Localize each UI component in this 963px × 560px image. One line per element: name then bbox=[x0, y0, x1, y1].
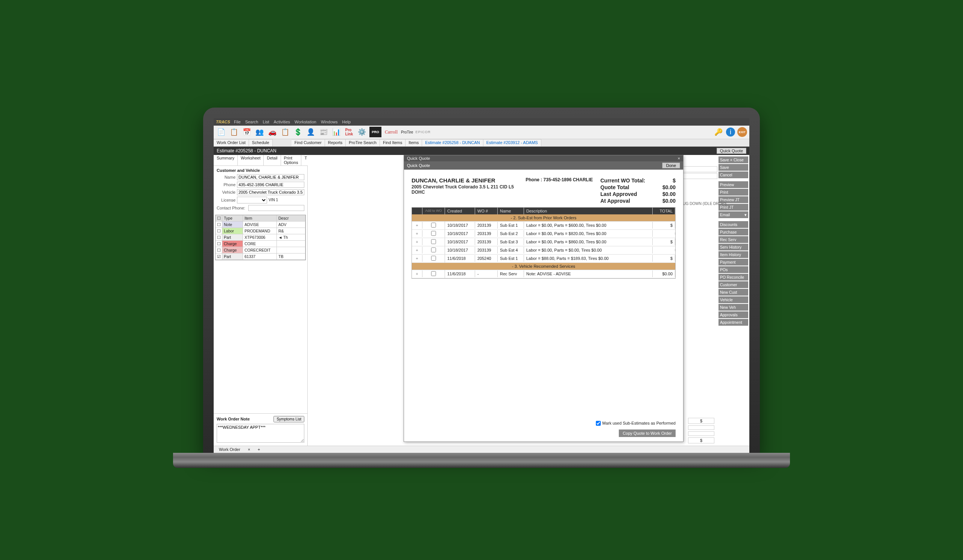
close-icon[interactable]: × bbox=[678, 156, 680, 160]
action-save-close[interactable]: Save + Close bbox=[718, 157, 748, 163]
menu-windows[interactable]: Windows bbox=[321, 120, 338, 124]
customer-vehicle-heading: Customer and Vehicle bbox=[217, 168, 304, 173]
modal-title: Quick Quote bbox=[407, 156, 430, 160]
contact-field[interactable] bbox=[248, 205, 304, 211]
name-field[interactable] bbox=[237, 174, 304, 180]
quote-row[interactable]: +11/6/2018-Rec ServNote: ADVISE - ADVISE… bbox=[412, 270, 675, 278]
tab-2[interactable]: Find Customer bbox=[292, 139, 325, 146]
tab-5[interactable]: Find Items bbox=[380, 139, 405, 146]
gear-icon[interactable]: ⚙️ bbox=[357, 127, 367, 137]
done-button[interactable]: Done bbox=[662, 162, 680, 168]
action-discounts[interactable]: Discounts bbox=[718, 221, 748, 228]
menu-help[interactable]: Help bbox=[342, 120, 351, 124]
subtab-worksheet[interactable]: Worksheet bbox=[238, 155, 264, 165]
bottom-tab-close-icon[interactable]: × bbox=[246, 447, 253, 452]
subtab-print options[interactable]: Print Options bbox=[281, 155, 302, 165]
document-icon[interactable]: 📄 bbox=[216, 127, 227, 137]
protire-label: ProTire bbox=[401, 130, 413, 134]
mark-performed-check[interactable]: Mark used Sub-Estimates as Performed bbox=[596, 421, 676, 426]
menu-activities[interactable]: Activities bbox=[274, 120, 290, 124]
action-rec-serv[interactable]: Rec Serv bbox=[718, 236, 748, 243]
phone-field[interactable] bbox=[237, 182, 304, 188]
action-purchase[interactable]: Purchase bbox=[718, 229, 748, 235]
tab-1[interactable]: Schedule bbox=[249, 139, 273, 146]
wo-note-text[interactable]: ***WEDNESDAY APPT*** bbox=[217, 424, 304, 443]
tab-4[interactable]: ProTire Search bbox=[346, 139, 380, 146]
calendar-icon[interactable]: 📅 bbox=[242, 127, 252, 137]
bottom-tab-workorder[interactable]: Work Order bbox=[217, 447, 243, 452]
key-icon[interactable]: 🔑 bbox=[713, 127, 724, 137]
symptoms-list-button[interactable]: Symptoms List bbox=[274, 416, 304, 422]
section-sub-est[interactable]: - 2. Sub-Est from Prior Work Orders bbox=[412, 214, 675, 222]
action-new-cust[interactable]: New Cust bbox=[718, 289, 748, 296]
action-new-veh[interactable]: New Veh bbox=[718, 304, 748, 311]
item-row[interactable]: ☐LaborPRODEMANDR& bbox=[216, 228, 305, 234]
bottom-tab-add-icon[interactable]: + bbox=[255, 447, 262, 452]
info-icon[interactable]: i bbox=[726, 128, 735, 136]
quote-row[interactable]: +10/18/2017203139Sub Est 3Labor = $0.00,… bbox=[412, 238, 675, 246]
action-vehicle[interactable]: Vehicle bbox=[718, 296, 748, 303]
action-save[interactable]: Save bbox=[718, 164, 748, 171]
tab-7[interactable]: Estimate #205258 - DUNCAN bbox=[422, 139, 483, 146]
item-row[interactable]: ☑Part61337TB bbox=[216, 254, 305, 260]
modal-phone: 735-452-1896 CHARLIE bbox=[543, 177, 593, 183]
tab-3[interactable]: Reports bbox=[325, 139, 346, 146]
report-icon[interactable]: 📰 bbox=[318, 127, 329, 137]
pro-icon[interactable]: PRO bbox=[370, 127, 381, 137]
tab-8[interactable]: Estimate #203912 - ADAMS bbox=[483, 139, 541, 146]
action-email[interactable]: Email bbox=[718, 211, 748, 218]
clipboard-icon[interactable]: 📋 bbox=[229, 127, 239, 137]
quote-row[interactable]: +10/18/2017203139Sub Est 2Labor = $0.00,… bbox=[412, 230, 675, 238]
item-row[interactable]: ☐ChargeCORE bbox=[216, 241, 305, 247]
subtab-detail[interactable]: Detail bbox=[264, 155, 280, 165]
copy-quote-button[interactable]: Copy Quote to Work Order bbox=[619, 429, 676, 437]
item-row[interactable]: ☐PartXTP673006◄ Th bbox=[216, 234, 305, 241]
action-approvals[interactable]: Approvals bbox=[718, 311, 748, 318]
menu-file[interactable]: File bbox=[234, 120, 241, 124]
subtab-summary[interactable]: Summary bbox=[214, 155, 238, 165]
action-pos[interactable]: POs bbox=[718, 266, 748, 273]
header-strip: Estimate #205258 - DUNCAN Quick Quote bbox=[214, 147, 749, 155]
people-icon[interactable]: 👥 bbox=[254, 127, 265, 137]
exit-icon[interactable]: EXIT bbox=[737, 127, 747, 137]
person-icon[interactable]: 👤 bbox=[305, 127, 316, 137]
action-print[interactable]: Print bbox=[718, 189, 748, 196]
menu-list[interactable]: List bbox=[263, 120, 269, 124]
epicor-label: EPICOR bbox=[415, 130, 431, 134]
action-appointment[interactable]: Appointment bbox=[718, 319, 748, 326]
contact-label: Contact Phone: bbox=[217, 206, 247, 210]
money-icon[interactable]: 💲 bbox=[293, 127, 303, 137]
modal-phone-label: Phone : bbox=[525, 177, 542, 183]
item-row[interactable]: ☐ChargeCORECREDIT bbox=[216, 247, 305, 254]
action-preview[interactable]: Preview bbox=[718, 181, 748, 188]
quote-grid: Add to WO Created WO # Name Description … bbox=[412, 207, 676, 279]
action-item-history[interactable]: Item History bbox=[718, 251, 748, 258]
phone-label: Phone bbox=[217, 183, 235, 187]
bottom-tabbar: Work Order × + bbox=[214, 446, 749, 453]
prolink-icon[interactable]: ProLink bbox=[344, 127, 354, 137]
quote-row[interactable]: +11/6/2018205240Sub Est 1Labor = $88.00,… bbox=[412, 255, 675, 263]
action-po-reconcile[interactable]: PO Reconcile bbox=[718, 274, 748, 280]
vehicle-field[interactable] bbox=[237, 189, 304, 195]
menu-workstation[interactable]: Workstation bbox=[295, 120, 316, 124]
section-rec-serv[interactable]: - 3. Vehicle Recomended Services bbox=[412, 263, 675, 270]
action-cancel[interactable]: Cancel bbox=[718, 172, 748, 178]
tab-0[interactable]: Work Order List bbox=[214, 139, 249, 146]
car-icon[interactable]: 🚗 bbox=[267, 127, 277, 137]
action-customer[interactable]: Customer bbox=[718, 281, 748, 288]
quick-quote-button[interactable]: Quick Quote bbox=[717, 148, 746, 154]
carroll-icon[interactable]: Carroll bbox=[384, 127, 399, 137]
action-payment[interactable]: Payment bbox=[718, 259, 748, 265]
clipboard2-icon[interactable]: 📋 bbox=[280, 127, 290, 137]
action-serv-history[interactable]: Serv History bbox=[718, 244, 748, 251]
tab-6[interactable]: Items bbox=[405, 139, 422, 146]
quick-quote-modal: Quick Quote× Quick QuoteDone DUNCAN, CHA… bbox=[404, 155, 684, 442]
item-row[interactable]: ☐NoteADVISEADV bbox=[216, 222, 305, 228]
estimate-title: Estimate #205258 - DUNCAN bbox=[217, 148, 717, 154]
menu-search[interactable]: Search bbox=[245, 120, 258, 124]
chart-icon[interactable]: 📊 bbox=[331, 127, 342, 137]
quote-row[interactable]: +10/18/2017203139Sub Est 1Labor = $0.00,… bbox=[412, 222, 675, 230]
quote-row[interactable]: +10/18/2017203139Sub Est 4Labor = $0.00,… bbox=[412, 246, 675, 255]
license-select[interactable] bbox=[237, 197, 267, 204]
add-to-wo-col: Add to WO bbox=[422, 207, 445, 214]
